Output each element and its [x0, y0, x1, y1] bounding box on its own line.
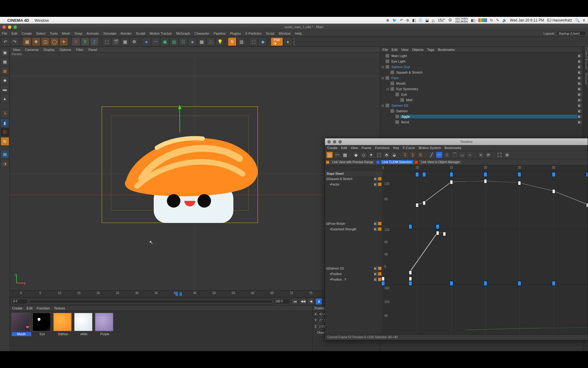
- timeline-graph[interactable]: 51015202530120801208040016012080: [383, 165, 588, 335]
- step-back[interactable]: ◀◀: [300, 298, 306, 305]
- zoom-icon[interactable]: [13, 25, 17, 29]
- vp-menu-display[interactable]: Display: [43, 48, 55, 52]
- generator[interactable]: ▤: [170, 37, 178, 46]
- vp-menu-cameras[interactable]: Cameras: [25, 48, 39, 52]
- keyframe[interactable]: [450, 172, 453, 177]
- menu-character[interactable]: Character: [194, 32, 209, 35]
- menu-window[interactable]: Window: [279, 32, 291, 35]
- object-row[interactable]: Mouth◧✕: [381, 81, 587, 86]
- menu-edit[interactable]: Edit: [12, 32, 17, 35]
- curve-key[interactable]: [484, 179, 487, 183]
- edge-mode[interactable]: ▬: [1, 85, 9, 94]
- render-view[interactable]: 🎬: [111, 37, 120, 46]
- key-tool[interactable]: ◆: [352, 151, 359, 158]
- material-swatch[interactable]: Salmon: [53, 313, 73, 349]
- spotlight-icon[interactable]: 🔍: [575, 18, 580, 22]
- keyframe[interactable]: [381, 281, 385, 286]
- tangent-tool[interactable]: ↧: [402, 151, 409, 158]
- keyframe[interactable]: [484, 281, 487, 286]
- keyframe[interactable]: [552, 172, 556, 177]
- curve-key[interactable]: [416, 203, 419, 207]
- keyframe[interactable]: [409, 281, 412, 286]
- object-row[interactable]: Melt◧✓: [381, 97, 587, 103]
- ruler-key[interactable]: [175, 292, 178, 296]
- keyframe[interactable]: [518, 281, 521, 286]
- viewport[interactable]: y x ↖: [10, 57, 380, 290]
- keyframe[interactable]: [409, 224, 412, 229]
- object-row[interactable]: Salmon◧✓: [381, 108, 587, 114]
- close-icon[interactable]: [2, 25, 6, 29]
- track-row[interactable]: ⊟ Salmon SS◧: [325, 266, 383, 271]
- deformer[interactable]: ◈: [188, 37, 197, 46]
- vp-menu-panel[interactable]: Panel: [89, 48, 97, 52]
- menu-plugins[interactable]: Plugins: [230, 32, 241, 35]
- undo-button[interactable]: ↶: [1, 37, 10, 46]
- keyframe[interactable]: [436, 224, 439, 229]
- menu-sculpt[interactable]: Sculpt: [136, 32, 145, 35]
- curve-key[interactable]: [552, 189, 555, 194]
- object-row[interactable]: Bend◧✓: [381, 119, 587, 125]
- tl-menu-edit[interactable]: Edit: [341, 146, 347, 150]
- reset-psr[interactable]: ●: [284, 37, 292, 46]
- interp-linear[interactable]: ╱: [428, 151, 435, 158]
- goto-start[interactable]: ⏮: [292, 298, 298, 305]
- auto-tangent[interactable]: ⟳: [485, 151, 492, 158]
- xp-emitter[interactable]: ▥: [237, 37, 246, 46]
- model-mode[interactable]: ▣: [1, 48, 9, 57]
- axis-mode[interactable]: ┗: [1, 109, 9, 118]
- menu-create[interactable]: Create: [22, 32, 32, 35]
- prev-frame[interactable]: ◀: [307, 298, 314, 305]
- primitive-sphere[interactable]: ●: [142, 37, 151, 46]
- curve-key[interactable]: [586, 203, 588, 207]
- keyframe[interactable]: [552, 281, 556, 286]
- viewport-solo[interactable]: ▮: [1, 119, 9, 127]
- axis-z-toggle[interactable]: Z: [90, 37, 99, 46]
- mac-menu-window[interactable]: Window: [35, 18, 49, 23]
- object-row[interactable]: Eye◧✓: [381, 92, 587, 97]
- key-tool[interactable]: ✦: [368, 151, 375, 158]
- tangent-tool[interactable]: ⇅: [417, 151, 424, 158]
- link-om[interactable]: Link View to Object Manager: [419, 160, 462, 164]
- tl-menu-functions[interactable]: Functions: [375, 146, 390, 150]
- interp-step[interactable]: ⎍: [443, 151, 450, 158]
- menu-render[interactable]: Render: [121, 32, 132, 35]
- sculpt-mode[interactable]: Ⓢ: [1, 128, 9, 136]
- om-file[interactable]: File: [383, 48, 388, 52]
- track-row[interactable]: ⊟ Pose Morph◧: [325, 221, 383, 226]
- enable-axis[interactable]: ↻: [1, 137, 9, 146]
- menu-mesh[interactable]: Mesh: [62, 32, 70, 35]
- track-row[interactable]: • Position . Y◧: [325, 277, 383, 282]
- snap-mode[interactable]: ▤: [1, 150, 9, 159]
- render-region[interactable]: ▦: [121, 37, 129, 46]
- tl-menu-create[interactable]: Create: [327, 146, 337, 150]
- om-tags[interactable]: Tags: [427, 48, 434, 52]
- mat-menu-create[interactable]: Create: [12, 306, 22, 310]
- camera[interactable]: 🎥: [206, 37, 215, 46]
- minimize-icon[interactable]: [8, 25, 11, 29]
- environment[interactable]: ▦: [197, 37, 206, 46]
- mat-menu-function[interactable]: Function: [37, 306, 50, 310]
- rotate-tool[interactable]: ◯: [50, 37, 59, 46]
- menu-script[interactable]: Script: [266, 32, 274, 35]
- motion-mode[interactable]: ▦: [341, 151, 348, 158]
- axis-y-toggle[interactable]: Y: [81, 37, 89, 46]
- play-button[interactable]: ⏸: [315, 298, 322, 305]
- menu-simulate[interactable]: Simulate: [103, 32, 116, 35]
- minimize-icon[interactable]: [333, 140, 336, 144]
- object-row[interactable]: ⊟Face◧✓: [381, 75, 587, 81]
- track-row[interactable]: • Factor◧: [325, 182, 383, 187]
- axis-x-toggle[interactable]: X: [72, 37, 80, 46]
- menu-motiontracker[interactable]: Motion Tracker: [149, 32, 172, 35]
- object-row[interactable]: ⊟Salmon Guy◧✓: [381, 64, 587, 70]
- zoom-tool[interactable]: ⛶: [496, 151, 503, 158]
- object-tree[interactable]: Main Light◧✓ Eye Light◧✓⊟Salmon Guy◧✓ Sq…: [380, 52, 588, 135]
- generator[interactable]: ▣: [160, 37, 169, 46]
- interp-spline[interactable]: 〰: [436, 151, 443, 158]
- psr-button[interactable]: PSR0▸: [271, 37, 283, 46]
- timeline-ruler[interactable]: 051015202530354045505560657075808590: [10, 290, 380, 297]
- spline-pen[interactable]: 〰: [151, 37, 160, 46]
- tl-menu-view[interactable]: View: [351, 146, 358, 150]
- fcurve-mode[interactable]: 〰: [334, 151, 341, 158]
- tl-menu-frame[interactable]: Frame: [362, 146, 371, 150]
- menu-animate[interactable]: Animate: [87, 32, 99, 35]
